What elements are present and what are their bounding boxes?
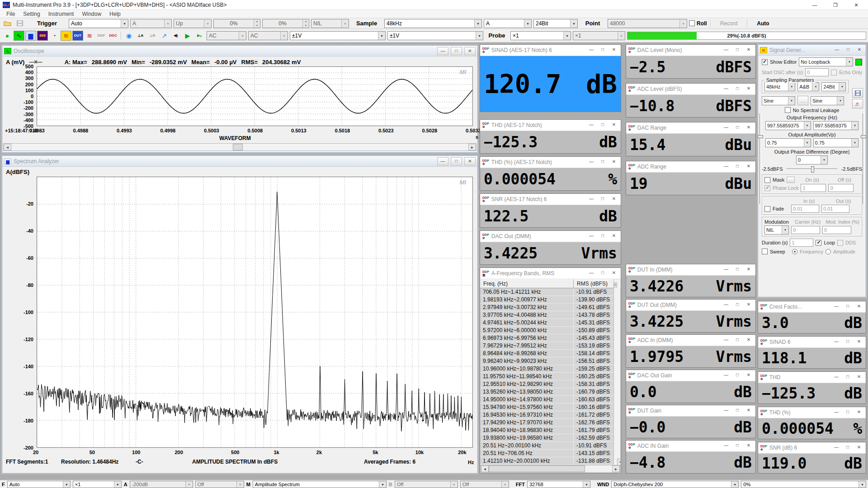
device-test-plan-icon[interactable]: ≋ [61, 31, 71, 41]
table-row[interactable]: 7.96729 kHz~7.99512 kHz-153.19 dBFS [480, 342, 621, 350]
minimize-button[interactable]: — [832, 373, 841, 381]
oscilloscope-titlebar[interactable]: ∿ Oscilloscope — □ ✕ [2, 46, 477, 56]
b-range-dropdown[interactable]: Off▼ [395, 481, 458, 488]
close-button[interactable]: ✕ [854, 373, 863, 381]
close-button[interactable]: ✕ [744, 407, 753, 415]
run-icon[interactable]: ● [2, 31, 13, 41]
show-editor-checkbox[interactable] [762, 59, 768, 65]
scroll-thumb[interactable] [489, 465, 585, 472]
echo-only-checkbox[interactable] [831, 70, 837, 75]
maximize-button[interactable]: □ [733, 442, 742, 450]
maximize-button[interactable]: □ [598, 121, 607, 129]
frequency-mult-dropdown[interactable]: ×1▼ [73, 481, 122, 488]
wave-a-dropdown[interactable]: Sine▼ [762, 96, 795, 105]
modulation-dropdown[interactable]: NIL▼ [764, 225, 789, 235]
table-row[interactable]: 5.97200 kHz~6.00000 kHz-150.89 dBFS [480, 327, 621, 334]
table-row[interactable]: 12.95510 kHz~12.98290 kHz-158.31 dBFS [480, 380, 621, 388]
sweep-frequency-radio[interactable] [792, 249, 797, 254]
table-row[interactable]: 9.96240 kHz~9.99023 kHz-156.51 dBFS [480, 357, 621, 365]
record-button[interactable]: Record [714, 19, 744, 28]
close-button[interactable]: ✕ [744, 442, 753, 450]
a-range-dropdown[interactable]: -200dB▼ [130, 481, 193, 488]
maximize-button[interactable]: □ [843, 373, 852, 381]
mask-checkbox[interactable] [764, 177, 770, 183]
table-row[interactable]: 3.97705 kHz~4.00488 kHz-143.78 dBFS [480, 311, 621, 319]
maximize-button[interactable]: □ [598, 158, 607, 166]
slider-thumb[interactable] [758, 135, 763, 138]
close-button[interactable]: ✕ [744, 301, 753, 309]
table-row[interactable]: 18.94040 kHz~18.96830 kHz-161.79 dBFS [480, 427, 621, 434]
spectrum-plot[interactable]: MI [37, 177, 473, 448]
open-icon[interactable] [2, 19, 13, 28]
close-button[interactable]: ✕ [744, 163, 753, 171]
signal-generator-titlebar[interactable]: ≋ Signal Gener... — □ ✕ [758, 45, 866, 56]
close-button[interactable]: ✕ [854, 444, 863, 452]
save-signal-icon[interactable] [852, 88, 863, 98]
fade-out-input[interactable]: 0.01 [821, 205, 849, 213]
maximize-button[interactable]: □ [733, 124, 742, 132]
trigger-source-dropdown[interactable]: A▼ [130, 19, 172, 28]
meter-titlebar[interactable]: DDP⊕SNR (AES-17 Notch) 6—□✕ [480, 194, 621, 205]
fade-checkbox[interactable] [764, 206, 770, 212]
table-row[interactable]: 1.98193 kHz~2.00977 kHz-139.90 dBFS [480, 296, 621, 304]
minimize-button[interactable]: — [832, 46, 841, 54]
scroll-left-icon[interactable]: ◄ [4, 144, 11, 150]
close-button[interactable]: ✕ [744, 266, 753, 274]
table-row[interactable]: 17.94290 kHz~17.97070 kHz-162.76 dBFS [480, 419, 621, 427]
minimize-button[interactable]: — [722, 336, 731, 344]
close-button[interactable]: ✕ [854, 408, 863, 417]
minimize-button[interactable]: — [587, 46, 596, 54]
minimize-button[interactable]: — [722, 124, 731, 132]
sample-channel-dropdown[interactable]: A▼ [484, 19, 532, 28]
close-button[interactable]: ✕ [609, 232, 618, 240]
wave-options-button[interactable]: ... [797, 96, 808, 105]
b-extra-dropdown[interactable]: Off▼ [460, 481, 509, 488]
multi-curve-icon[interactable]: ≋ [84, 31, 95, 41]
multimeter-icon[interactable]: 888 [37, 31, 48, 41]
maximize-button[interactable]: □ [843, 338, 852, 346]
output-on-button[interactable] [855, 59, 862, 66]
minimize-button[interactable]: — [437, 157, 448, 165]
gen-bits-dropdown[interactable]: 24Bit▼ [821, 82, 846, 91]
level-b-slider[interactable] [863, 113, 864, 204]
maximize-button[interactable]: □ [843, 303, 852, 311]
slider-thumb[interactable] [861, 135, 866, 138]
meter-titlebar[interactable]: DDP⊕Crest Facto...—□✕ [758, 301, 866, 313]
speaker-icon[interactable]: ◀) [170, 31, 181, 41]
calibration-icon[interactable]: ◉ [123, 31, 134, 41]
table-row[interactable]: 16.94530 kHz~16.97310 kHz-161.72 dBFS [480, 411, 621, 419]
meter-titlebar[interactable]: DDP⊕THD (%) (AES-17 Notch)—□✕ [480, 157, 621, 168]
oscilloscope-hscrollbar[interactable]: ◄ ► [3, 143, 476, 151]
sound-check-icon[interactable]: ↗ [159, 31, 170, 41]
points-dropdown[interactable]: 48000▼ [608, 19, 687, 28]
spinner-arrows-icon[interactable]: ▲▼ [254, 19, 260, 28]
meter-titlebar[interactable]: DDP⊕DAC Out (DMM)—□✕ [480, 231, 621, 242]
meter-titlebar[interactable]: DDP⊕THD (AES-17 Notch)—□✕ [480, 120, 621, 131]
table-row[interactable]: 14.95000 kHz~14.97800 kHz-160.63 dBFS [480, 396, 621, 404]
meter-titlebar[interactable]: DDP⊕SINAD 6—□✕ [758, 337, 866, 348]
mask-options-button[interactable]: ... [787, 177, 795, 183]
dut-icon[interactable]: DUT [72, 31, 83, 41]
sample-rate-dropdown[interactable]: 48kHz▼ [384, 19, 482, 28]
sample-bits-dropdown[interactable]: 24Bit▼ [533, 19, 578, 28]
maximize-button[interactable]: □ [843, 444, 852, 452]
frequency-bands-titlebar[interactable]: DDP▦ A-Frequency Bands, RMS — □ ✕ [480, 268, 621, 279]
close-button[interactable]: ✕ [855, 46, 864, 54]
minimize-button[interactable]: — [722, 301, 731, 309]
close-button[interactable]: ✕ [847, 0, 865, 9]
close-button[interactable]: ✕ [854, 303, 863, 311]
maximize-button[interactable]: □ [733, 336, 742, 344]
phase-dropdown[interactable]: 0▼ [796, 155, 828, 164]
table-vscrollbar[interactable]: ˄ ˅ [613, 280, 620, 465]
meter-titlebar[interactable]: DDP⊕DAC Level (Mono)—□✕ [626, 45, 755, 56]
carrier-input[interactable]: 0 [791, 226, 820, 234]
mask-off-input[interactable]: 0 [828, 184, 854, 192]
close-button[interactable]: ✕ [609, 269, 618, 277]
maximize-button[interactable]: □ [733, 85, 742, 93]
trigger-level-spinner[interactable]: 0%▲▼ [213, 19, 260, 28]
menu-setting[interactable]: Setting [19, 11, 43, 17]
no-spectral-leakage-checkbox[interactable] [785, 107, 791, 113]
close-button[interactable]: ✕ [744, 85, 753, 93]
mod-index-input[interactable]: 0 [822, 226, 851, 234]
minimize-button[interactable]: — [587, 158, 596, 166]
